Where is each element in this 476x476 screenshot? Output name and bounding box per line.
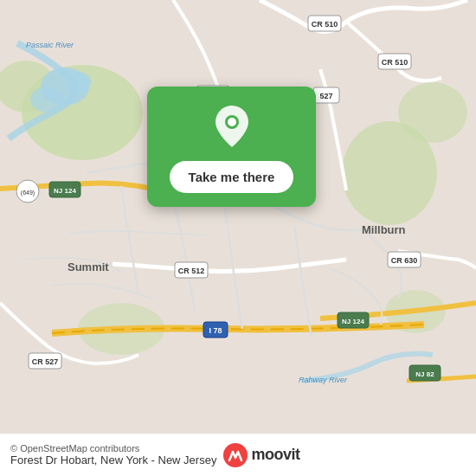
moovit-logo-icon (223, 443, 248, 467)
svg-text:CR 630: CR 630 (391, 256, 418, 265)
svg-text:NJ 82: NJ 82 (415, 370, 434, 378)
copyright-text: © OpenStreetMap contributors (10, 443, 216, 453)
svg-text:CR 527: CR 527 (32, 357, 59, 366)
svg-text:I 78: I 78 (209, 326, 222, 335)
svg-text:Passaic River: Passaic River (26, 41, 74, 49)
svg-text:NJ 124: NJ 124 (342, 318, 364, 325)
svg-point-40 (228, 118, 236, 126)
svg-text:CR 510: CR 510 (382, 58, 408, 67)
svg-text:(649): (649) (21, 190, 35, 196)
svg-text:CR 512: CR 512 (178, 267, 205, 275)
location-label: Forest Dr Hobart, New York - New Jersey (10, 453, 216, 466)
svg-text:Rahway River: Rahway River (299, 376, 348, 384)
location-card: Take me there (147, 87, 316, 207)
svg-text:Summit: Summit (68, 261, 109, 273)
svg-text:527: 527 (319, 92, 332, 100)
take-me-there-button[interactable]: Take me there (170, 161, 294, 193)
moovit-logo: moovit (223, 443, 299, 467)
bottom-left-info: © OpenStreetMap contributors Forest Dr H… (10, 443, 216, 466)
svg-point-4 (398, 82, 467, 143)
bottom-info-bar: © OpenStreetMap contributors Forest Dr H… (0, 433, 476, 476)
map-container: CR 510 CR 510 CR 649 527 NJ 124 (649) CR… (0, 0, 476, 433)
svg-text:Millburn: Millburn (362, 223, 406, 236)
svg-text:NJ 124: NJ 124 (54, 187, 76, 195)
svg-text:CR 510: CR 510 (312, 20, 338, 29)
moovit-wordmark: moovit (251, 446, 299, 464)
location-pin-icon (209, 104, 254, 149)
